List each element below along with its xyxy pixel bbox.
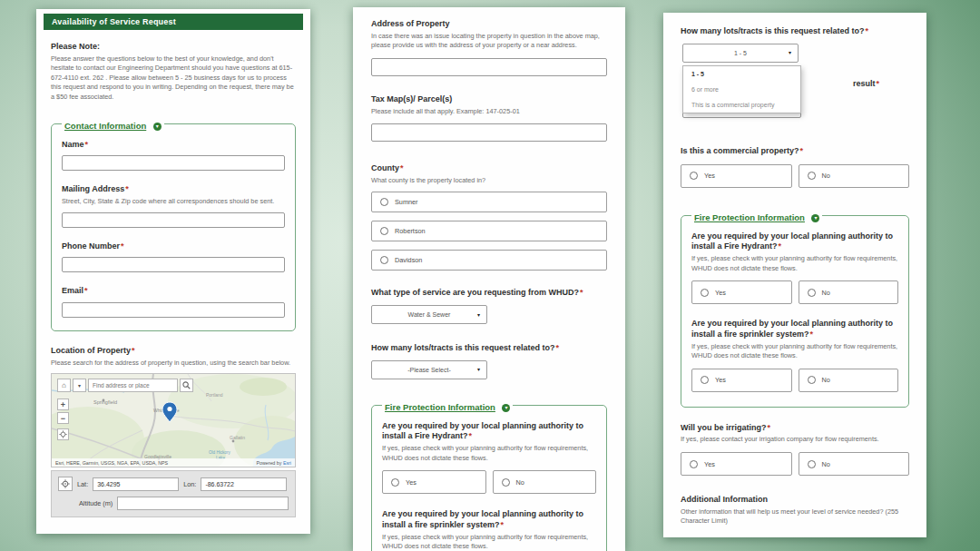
email-input[interactable] [62, 302, 285, 318]
additional-information-hint: Other information that will help us meet… [681, 507, 909, 526]
fire-hydrant-yes-option[interactable]: Yes [691, 280, 792, 304]
fire-hydrant-no-option[interactable]: No [799, 280, 899, 304]
required-mark: * [866, 26, 869, 35]
town-label-gallatin: Gallatin [230, 435, 245, 440]
lon-input[interactable] [201, 477, 287, 491]
collapse-group-icon[interactable]: ▾ [153, 123, 162, 131]
yes-label: Yes [704, 460, 715, 468]
county-option-davidson[interactable]: Davidson [371, 250, 607, 271]
no-label: No [822, 376, 830, 384]
required-mark: * [125, 184, 129, 193]
radio-icon[interactable] [690, 460, 698, 468]
plus-icon: + [61, 400, 65, 409]
tax-map-label: Tax Map(s)/ Parcel(s) [371, 94, 607, 105]
dropdown-option-1-5[interactable]: 1 - 5 [683, 66, 800, 82]
fire-hydrant-yes-option[interactable]: Yes [382, 470, 486, 494]
radio-icon[interactable] [690, 172, 698, 180]
phone-number-input[interactable] [62, 257, 285, 272]
radio-icon[interactable] [502, 478, 510, 487]
map-home-button[interactable]: ⌂ [57, 379, 71, 392]
fire-sprinkler-yes-option[interactable]: Yes [691, 369, 792, 392]
lots-tracts-select[interactable]: 1 - 5 ▾ [682, 44, 799, 63]
fire-hydrant-options: Yes No [382, 470, 596, 494]
county-label: County [371, 163, 399, 172]
altitude-label: Altitude (m) [79, 499, 113, 507]
lake-label-line1: Old Hickory [209, 450, 230, 455]
lat-input[interactable] [93, 477, 179, 491]
map-widget[interactable]: Springfield Portland White House Gallati… [51, 373, 296, 467]
county-hint: What county is the property located in? [371, 176, 607, 186]
fire-sprinkler-no-option[interactable]: No [799, 369, 899, 392]
service-type-select[interactable]: Water & Sewer ▾ [371, 305, 487, 324]
radio-icon[interactable] [808, 172, 816, 180]
home-icon: ⌂ [62, 381, 66, 389]
address-of-property-field: Address of Property In case there was an… [371, 19, 607, 76]
radio-icon[interactable] [701, 289, 709, 297]
zoom-in-button[interactable]: + [57, 398, 69, 410]
town-label-springfield: Springfield [93, 399, 117, 405]
dropdown-option-6-or-more[interactable]: 6 or more [683, 82, 800, 97]
map-search-button[interactable] [180, 379, 193, 392]
mailing-address-label: Mailing Address [62, 184, 124, 193]
tax-map-input[interactable] [371, 123, 607, 142]
collapse-group-icon[interactable]: ▾ [502, 404, 510, 412]
county-option-label: Robertson [395, 227, 426, 235]
collapse-group-icon[interactable]: ▾ [811, 214, 819, 222]
radio-icon[interactable] [391, 478, 399, 487]
altitude-input[interactable] [117, 497, 289, 510]
map-attribution: Esri, HERE, Garmin, USGS, NGA, EPA, USDA… [55, 460, 168, 466]
town-label-portland: Portland [206, 392, 223, 398]
locate-me-button[interactable] [57, 428, 69, 440]
fire-hydrant-label: Are you required by your local planning … [691, 231, 893, 251]
esri-link[interactable]: Esri [283, 460, 291, 466]
commercial-no-option[interactable]: No [799, 164, 910, 188]
capture-location-button[interactable] [58, 477, 73, 491]
radio-icon[interactable] [380, 256, 388, 264]
yes-label: Yes [715, 289, 726, 297]
tax-map-hint: Please include all that apply. Example: … [371, 107, 607, 117]
radio-icon[interactable] [808, 376, 816, 384]
radio-icon[interactable] [380, 198, 388, 206]
name-input[interactable] [62, 155, 285, 171]
fire-hydrant-question: Are you required by your local planning … [382, 421, 596, 495]
yes-label: Yes [406, 478, 416, 487]
county-field: County* What county is the property loca… [371, 163, 607, 271]
fire-hydrant-label: Are you required by your local planning … [382, 421, 583, 441]
required-mark: * [767, 423, 770, 432]
county-options: Sumner Robertson Davidson [371, 192, 607, 271]
irrigating-no-option[interactable]: No [799, 452, 910, 476]
no-label: No [822, 172, 830, 180]
fire-hydrant-no-option[interactable]: No [493, 470, 597, 494]
commercial-yes-option[interactable]: Yes [681, 164, 792, 188]
lots-tracts-field: How many lots/tracts is this request rel… [681, 26, 909, 120]
map-search-bar: ⌂ ▾ [57, 379, 193, 392]
map-search-menu-button[interactable]: ▾ [73, 379, 86, 392]
chevron-down-icon: ▾ [477, 367, 480, 372]
chevron-down-icon: ▾ [78, 382, 81, 389]
county-option-sumner[interactable]: Sumner [371, 192, 607, 212]
required-mark: * [779, 241, 782, 251]
form-page-2: Address of Property In case there was an… [353, 7, 625, 551]
mailing-address-input[interactable] [62, 212, 285, 228]
form-header-bar: Availability of Service Request [44, 14, 303, 30]
radio-icon[interactable] [808, 460, 816, 468]
irrigating-options: Yes No [681, 452, 909, 476]
location-of-property-label: Location of Property [51, 346, 131, 355]
county-option-robertson[interactable]: Robertson [371, 221, 607, 241]
fire-hydrant-options: Yes No [691, 280, 898, 304]
zoom-out-button[interactable]: − [57, 412, 69, 424]
dropdown-option-commercial[interactable]: This is a commercial property [683, 97, 800, 113]
map-zoom-controls: + − [57, 398, 69, 424]
service-type-value: Water & Sewer [408, 311, 451, 318]
address-of-property-input[interactable] [371, 58, 607, 76]
radio-icon[interactable] [808, 289, 816, 297]
form-page-1: Availability of Service Request Please N… [36, 9, 310, 534]
fire-protection-legend: Fire Protection Information ▾ [382, 398, 513, 414]
radio-icon[interactable] [380, 227, 388, 235]
obscured-question-text: result* [853, 79, 879, 90]
fire-sprinkler-hint: If yes, please check with your planning … [382, 533, 596, 551]
lots-tracts-select[interactable]: -Please Select- ▾ [371, 360, 487, 379]
radio-icon[interactable] [701, 376, 709, 384]
map-search-input[interactable] [88, 379, 178, 392]
irrigating-yes-option[interactable]: Yes [681, 452, 792, 476]
